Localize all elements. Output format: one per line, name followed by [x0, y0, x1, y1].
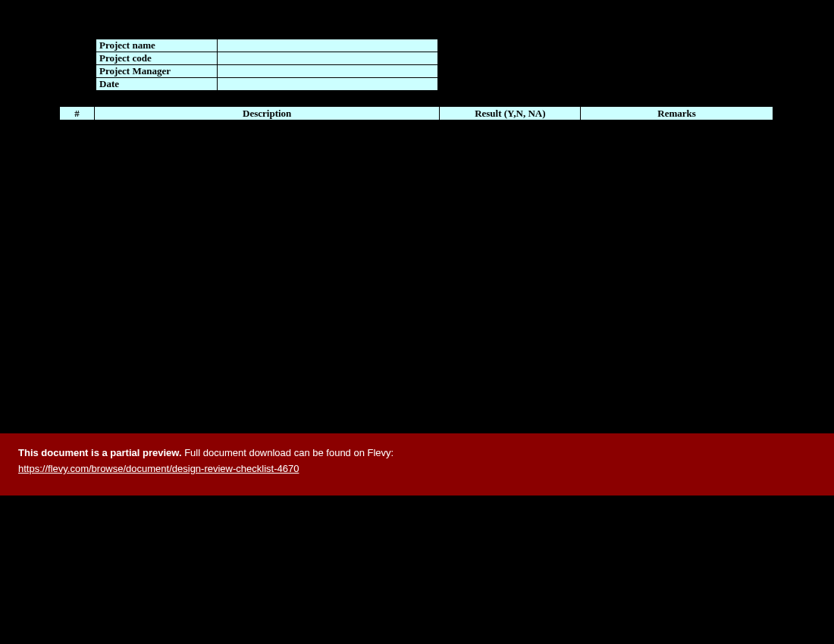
project-code-row: Project code [96, 52, 438, 65]
project-code-label: Project code [96, 52, 218, 65]
header-remarks: Remarks [581, 107, 773, 120]
header-description: Description [94, 107, 439, 120]
date-label: Date [96, 78, 218, 91]
banner-bold-text: This document is a partial preview. [18, 447, 182, 458]
project-code-value[interactable] [217, 52, 437, 65]
date-value[interactable] [217, 78, 437, 91]
project-manager-value[interactable] [217, 65, 437, 78]
date-row: Date [96, 78, 438, 91]
checklist-table: # Description Result (Y,N, NA) Remarks [59, 106, 773, 120]
banner-rest-text: Full document download can be found on F… [182, 447, 394, 458]
preview-banner: This document is a partial preview. Full… [0, 433, 834, 496]
header-result: Result (Y,N, NA) [440, 107, 581, 120]
project-info-table: Project name Project code Project Manage… [96, 39, 438, 91]
project-manager-row: Project Manager [96, 65, 438, 78]
project-name-label: Project name [96, 39, 218, 52]
project-name-value[interactable] [217, 39, 437, 52]
banner-link[interactable]: https://flevy.com/browse/document/design… [18, 463, 299, 474]
header-num: # [60, 107, 95, 120]
project-name-row: Project name [96, 39, 438, 52]
banner-text: This document is a partial preview. Full… [18, 447, 816, 458]
project-manager-label: Project Manager [96, 65, 218, 78]
checklist-header-row: # Description Result (Y,N, NA) Remarks [60, 107, 773, 120]
